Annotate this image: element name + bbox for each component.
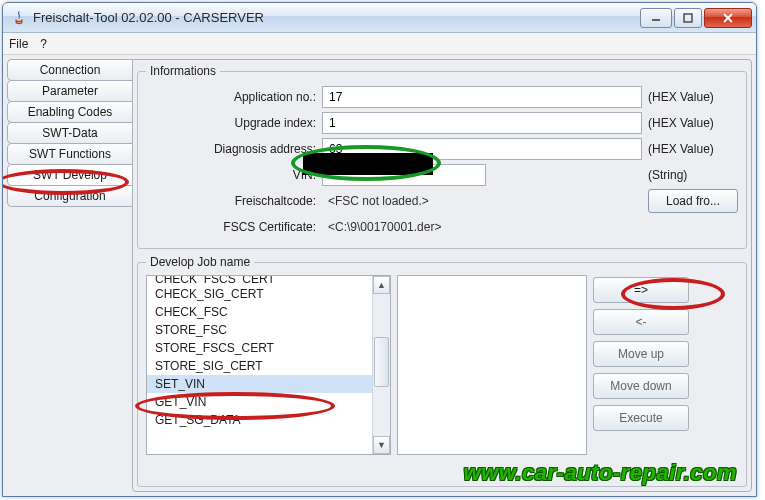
- label-vin: VIN:: [146, 168, 316, 182]
- informations-group: Informations Application no.: (HEX Value…: [137, 64, 747, 249]
- remove-job-button[interactable]: <-: [593, 309, 689, 335]
- row-upgrade-index: Upgrade index: (HEX Value): [146, 110, 738, 136]
- list-item[interactable]: STORE_FSCS_CERT: [147, 339, 372, 357]
- tab-connection[interactable]: Connection: [7, 59, 132, 81]
- tab-swt-data[interactable]: SWT-Data: [7, 122, 132, 144]
- tab-swt-functions[interactable]: SWT Functions: [7, 143, 132, 165]
- tab-swt-develop[interactable]: SWT Develop: [7, 164, 132, 186]
- row-diagnosis-address: Diagnosis address: (HEX Value): [146, 136, 738, 162]
- job-target-listbox[interactable]: [397, 275, 587, 455]
- side-tabs: Connection Parameter Enabling Codes SWT-…: [7, 59, 132, 492]
- content-area: Connection Parameter Enabling Codes SWT-…: [3, 55, 756, 496]
- svg-rect-1: [684, 14, 692, 22]
- list-item[interactable]: GET_VIN: [147, 393, 372, 411]
- menubar: File ?: [3, 33, 756, 55]
- value-freischaltcode: <FSC not loaded.>: [322, 194, 642, 208]
- menu-help[interactable]: ?: [40, 37, 47, 51]
- close-button[interactable]: [704, 8, 752, 28]
- add-job-button[interactable]: =>: [593, 277, 689, 303]
- maximize-button[interactable]: [674, 8, 702, 28]
- tab-parameter[interactable]: Parameter: [7, 80, 132, 102]
- suffix-diagnosis-address: (HEX Value): [648, 142, 738, 156]
- list-item[interactable]: STORE_SIG_CERT: [147, 357, 372, 375]
- list-item[interactable]: CHECK_SIG_CERT: [147, 285, 372, 303]
- row-vin: VIN: (String): [146, 162, 738, 188]
- develop-job-group: Develop Job name CHECK_FSCS_CERT CHECK_S…: [137, 255, 747, 487]
- label-freischaltcode: Freischaltcode:: [146, 194, 316, 208]
- java-icon: [11, 10, 27, 26]
- window-title: Freischalt-Tool 02.02.00 - CARSERVER: [33, 10, 640, 25]
- list-item[interactable]: CHECK_FSC: [147, 303, 372, 321]
- label-fscs-certificate: FSCS Certificate:: [146, 220, 316, 234]
- scroll-track[interactable]: [373, 294, 390, 436]
- row-fscs-certificate: FSCS Certificate: <C:\9\00170001.der>: [146, 214, 738, 240]
- suffix-upgrade-index: (HEX Value): [648, 116, 738, 130]
- move-down-button[interactable]: Move down: [593, 373, 689, 399]
- app-window: Freischalt-Tool 02.02.00 - CARSERVER Fil…: [2, 2, 757, 497]
- menu-file[interactable]: File: [9, 37, 28, 51]
- vin-redaction: [303, 153, 433, 175]
- tab-enabling-codes[interactable]: Enabling Codes: [7, 101, 132, 123]
- list-item[interactable]: STORE_FSC: [147, 321, 372, 339]
- row-freischaltcode: Freischaltcode: <FSC not loaded.> Load f…: [146, 188, 738, 214]
- label-upgrade-index: Upgrade index:: [146, 116, 316, 130]
- list-item[interactable]: GET_SG_DATA: [147, 411, 372, 429]
- move-up-button[interactable]: Move up: [593, 341, 689, 367]
- scrollbar[interactable]: ▲ ▼: [372, 276, 390, 454]
- minimize-button[interactable]: [640, 8, 672, 28]
- suffix-vin: (String): [648, 168, 738, 182]
- develop-job-legend: Develop Job name: [146, 255, 254, 269]
- job-source-list: CHECK_FSCS_CERT CHECK_SIG_CERT CHECK_FSC…: [147, 276, 372, 454]
- label-diagnosis-address: Diagnosis address:: [146, 142, 316, 156]
- list-item[interactable]: CHECK_FSCS_CERT: [147, 276, 372, 285]
- input-application-no[interactable]: [322, 86, 642, 108]
- main-panel: Informations Application no.: (HEX Value…: [132, 59, 752, 492]
- informations-legend: Informations: [146, 64, 220, 78]
- titlebar: Freischalt-Tool 02.02.00 - CARSERVER: [3, 3, 756, 33]
- row-application-no: Application no.: (HEX Value): [146, 84, 738, 110]
- label-application-no: Application no.:: [146, 90, 316, 104]
- scroll-down-button[interactable]: ▼: [373, 436, 390, 454]
- input-upgrade-index[interactable]: [322, 112, 642, 134]
- job-source-listbox[interactable]: CHECK_FSCS_CERT CHECK_SIG_CERT CHECK_FSC…: [146, 275, 391, 455]
- execute-button[interactable]: Execute: [593, 405, 689, 431]
- window-controls: [640, 8, 752, 28]
- load-from-button[interactable]: Load fro...: [648, 189, 738, 213]
- value-fscs-certificate: <C:\9\00170001.der>: [322, 220, 642, 234]
- list-item-selected[interactable]: SET_VIN: [147, 375, 372, 393]
- develop-body: CHECK_FSCS_CERT CHECK_SIG_CERT CHECK_FSC…: [146, 275, 738, 455]
- tab-configuration[interactable]: Configuration: [7, 185, 132, 207]
- scroll-up-button[interactable]: ▲: [373, 276, 390, 294]
- scroll-thumb[interactable]: [374, 337, 389, 387]
- suffix-application-no: (HEX Value): [648, 90, 738, 104]
- job-buttons: => <- Move up Move down Execute: [593, 275, 689, 455]
